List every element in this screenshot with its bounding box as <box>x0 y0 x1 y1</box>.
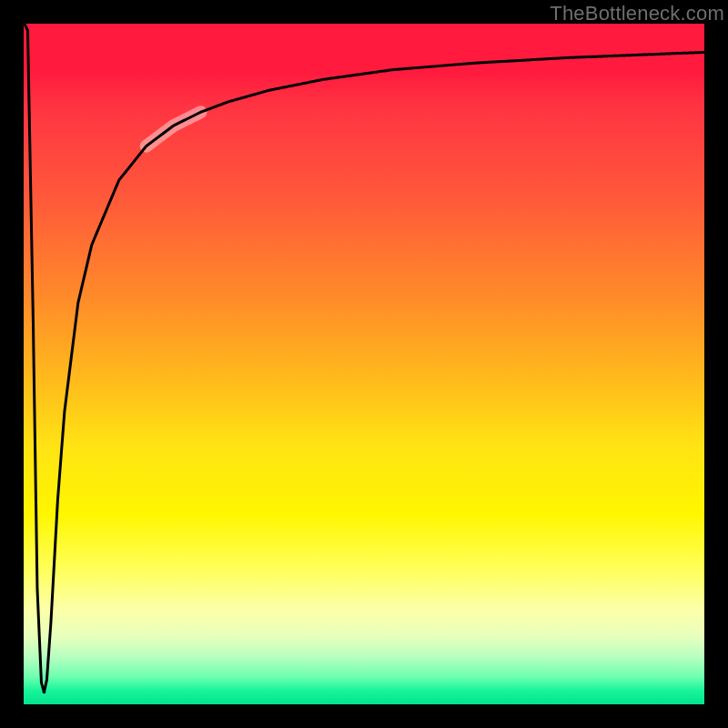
bottleneck-curve-chart <box>24 24 704 704</box>
attribution-text: TheBottleneck.com <box>550 2 724 25</box>
stage: TheBottleneck.com <box>0 0 728 728</box>
